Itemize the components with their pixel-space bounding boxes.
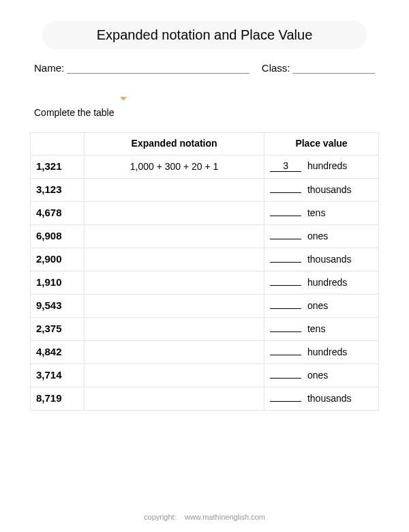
place-value-cell[interactable]: ones	[264, 295, 379, 318]
number-cell: 4,678	[31, 202, 85, 225]
place-value-unit: thousands	[307, 393, 352, 404]
table-row: 2,375 tens	[31, 318, 379, 341]
name-field[interactable]: Name:	[34, 62, 249, 74]
place-value-answer[interactable]	[270, 401, 301, 402]
expanded-cell[interactable]	[85, 295, 264, 318]
place-value-cell[interactable]: thousands	[264, 248, 379, 271]
place-value-answer[interactable]	[270, 216, 301, 216]
place-value-unit: ones	[307, 231, 328, 241]
number-cell: 1,910	[31, 271, 85, 295]
place-value-unit: thousands	[307, 184, 352, 195]
worksheet-title: Expanded notation and Place Value	[42, 20, 367, 50]
expanded-cell[interactable]	[85, 364, 264, 387]
table-row: 4,842 hundreds	[31, 341, 379, 364]
place-value-cell[interactable]: hundreds	[264, 341, 379, 364]
place-value-answer[interactable]	[270, 192, 301, 193]
place-value-unit: hundreds	[307, 277, 347, 288]
place-value-cell[interactable]: thousands	[264, 179, 379, 202]
table-row: 3,123 thousands	[31, 179, 379, 202]
instruction-text: Complete the table	[34, 107, 115, 118]
copyright-footer: copyright: www.mathinenglish.com	[0, 513, 409, 521]
table-row: 6,908 ones	[31, 225, 379, 248]
place-value-answer[interactable]	[270, 331, 301, 332]
expanded-cell[interactable]: 1,000 + 300 + 20 + 1	[85, 156, 264, 179]
number-cell: 4,842	[31, 341, 85, 364]
number-cell: 3,123	[31, 179, 85, 202]
place-value-unit: hundreds	[307, 346, 347, 357]
place-value-answer[interactable]	[270, 355, 301, 355]
place-value-unit: ones	[307, 300, 328, 311]
name-input-line[interactable]	[67, 63, 249, 74]
pencil-icon	[120, 101, 127, 124]
place-value-unit: ones	[307, 370, 328, 381]
place-value-answer[interactable]: 3	[270, 160, 301, 172]
table-header-row: Expanded notation Place value	[31, 133, 379, 156]
expanded-cell[interactable]	[85, 179, 264, 202]
table-row: 2,900 thousands	[31, 248, 379, 271]
copyright-site: www.mathinenglish.com	[185, 513, 265, 521]
place-value-answer[interactable]	[270, 378, 301, 379]
number-cell: 8,719	[31, 387, 85, 411]
place-value-answer[interactable]	[270, 308, 301, 309]
place-value-answer[interactable]	[270, 285, 301, 286]
place-value-cell[interactable]: thousands	[264, 387, 379, 411]
table-row: 8,719 thousands	[31, 387, 379, 411]
number-cell: 2,900	[31, 248, 85, 271]
number-cell: 2,375	[31, 318, 85, 341]
place-value-unit: thousands	[307, 254, 352, 265]
place-value-cell[interactable]: ones	[264, 225, 379, 248]
class-input-line[interactable]	[292, 63, 375, 74]
place-value-answer[interactable]	[270, 239, 301, 239]
table-row: 1,3211,000 + 300 + 20 + 13 hundreds	[31, 156, 379, 179]
table-row: 9,543 ones	[31, 295, 379, 318]
table-row: 3,714 ones	[31, 364, 379, 387]
expanded-cell[interactable]	[85, 225, 264, 248]
expanded-cell[interactable]	[85, 271, 264, 295]
student-meta-row: Name: Class:	[34, 62, 375, 74]
place-value-unit: tens	[307, 323, 325, 334]
number-cell: 3,714	[31, 364, 85, 387]
expanded-cell[interactable]	[85, 248, 264, 271]
place-value-cell[interactable]: hundreds	[264, 271, 379, 295]
number-cell: 6,908	[31, 225, 85, 248]
name-label: Name:	[34, 62, 64, 74]
place-value-answer[interactable]	[270, 262, 301, 263]
place-value-cell[interactable]: tens	[264, 202, 379, 225]
expanded-cell[interactable]	[85, 318, 264, 341]
class-label: Class:	[262, 62, 290, 74]
header-place-value: Place value	[264, 133, 379, 156]
place-value-unit: hundreds	[307, 160, 347, 171]
place-value-cell[interactable]: tens	[264, 318, 379, 341]
expanded-cell[interactable]	[85, 341, 264, 364]
expanded-cell[interactable]	[85, 387, 264, 411]
instruction-row: Complete the table	[34, 101, 379, 124]
expanded-cell[interactable]	[85, 202, 264, 225]
class-field[interactable]: Class:	[262, 62, 375, 74]
copyright-label: copyright:	[144, 513, 177, 521]
table-row: 1,910 hundreds	[31, 271, 379, 295]
place-value-cell[interactable]: 3 hundreds	[264, 156, 379, 179]
number-cell: 9,543	[31, 295, 85, 318]
worksheet-table: Expanded notation Place value 1,3211,000…	[30, 132, 379, 411]
header-expanded: Expanded notation	[85, 133, 264, 156]
place-value-unit: tens	[307, 207, 325, 218]
place-value-cell[interactable]: ones	[264, 364, 379, 387]
header-number	[31, 133, 85, 156]
number-cell: 1,321	[31, 156, 85, 179]
table-row: 4,678 tens	[31, 202, 379, 225]
